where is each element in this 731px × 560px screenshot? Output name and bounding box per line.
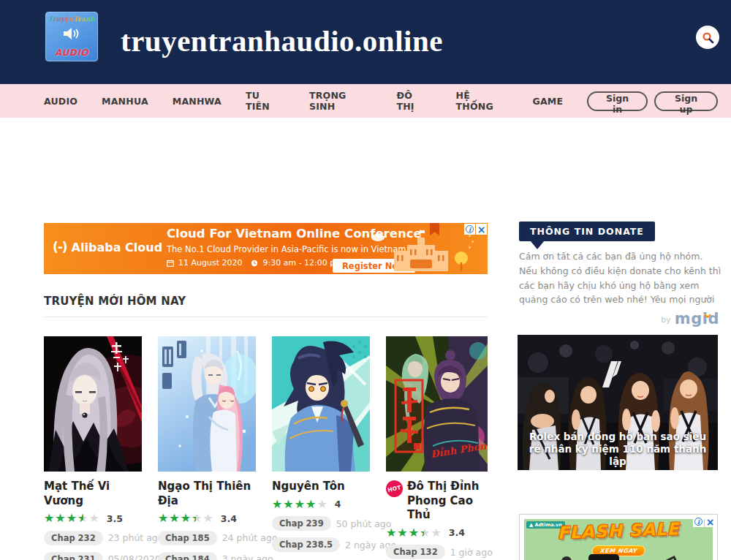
nav-item-tu-tien[interactable]: TU TIÊN: [246, 90, 285, 112]
search-button[interactable]: [696, 26, 719, 49]
nav-item-audio[interactable]: AUDIO: [44, 96, 77, 107]
section-title-new-today: TRUYỆN MỚI HÔM NAY: [44, 295, 186, 308]
comic-rating: ★★★★★★★★★★ 3.4: [386, 527, 488, 539]
comic-card: Mạt Thế Vi Vương ★★★★★★★★★★ 3.5 Chap 232…: [44, 336, 142, 560]
flash-sale-ad[interactable]: ▲ Adtima.vn FLASH SALE XEM NGAY i ×: [519, 514, 718, 560]
star-rating-icon: ★★★★★★★★★★: [44, 512, 100, 524]
donate-section-title: THÔNG TIN DONATE: [519, 222, 655, 241]
section-divider: [44, 317, 488, 317]
chapter-link[interactable]: Chap 238.5: [272, 537, 340, 552]
rating-value: 3.4: [449, 527, 465, 538]
chapter-row: Chap 238.5 2 ngày ago: [272, 537, 370, 553]
site-title[interactable]: truyentranhaudio.online: [121, 0, 443, 84]
donate-text: Cám ơn tất cả các bạn đã ủng hộ nhóm. Nế…: [519, 249, 722, 307]
chapter-time: 05/08/2020: [108, 553, 161, 560]
mgid-by-label: by: [661, 315, 671, 325]
alibaba-brand-text: Alibaba Cloud: [72, 241, 162, 254]
chapter-link[interactable]: Chap 231: [44, 552, 103, 560]
comic-card: Đỉnh Phong Cao Thủ HOT Đô Thị Đỉnh Phong…: [386, 336, 488, 560]
star-rating-icon: ★★★★★★★★★★: [272, 499, 328, 510]
flash-ad-creative: ▲ Adtima.vn FLASH SALE XEM NGAY: [524, 519, 713, 560]
mgid-logo: mgid: [675, 310, 719, 328]
native-ad-caption: Rolex bán đồng hồ bản sao siêu rẻ nhân k…: [518, 431, 718, 468]
chapter-row: Chap 232 23 phút ago: [44, 530, 142, 545]
chapter-link[interactable]: Chap 239: [272, 516, 331, 531]
comic-cover-nguyen-ton[interactable]: [272, 336, 370, 472]
ad-info-icon[interactable]: i: [693, 516, 704, 527]
comic-title[interactable]: Đô Thị Đỉnh Phong Cao Thủ: [407, 480, 488, 523]
mgid-caron-icon: [704, 307, 711, 311]
sign-up-button[interactable]: Sign up: [654, 91, 718, 111]
main-nav: AUDIO MANHUA MANHWA TU TIÊN TRỌNG SINH Đ…: [0, 84, 731, 118]
search-icon: [702, 31, 714, 44]
comic-card: Ngạo Thị Thiên Địa ★★★★★★★★★★ 3.4 Chap 1…: [158, 336, 256, 560]
comic-rating: ★★★★★★★★★★ 3.4: [158, 512, 256, 524]
auth-buttons: Sign in Sign up: [587, 91, 718, 111]
chapter-link[interactable]: Chap 132: [386, 545, 445, 559]
nav-item-manhwa[interactable]: MANHWA: [173, 96, 221, 107]
calendar-icon: [167, 260, 174, 267]
banner-ad-controls: i ×: [464, 224, 487, 235]
alibaba-cloud-logo: (-) Alibaba Cloud: [53, 240, 162, 254]
clock-icon: [251, 260, 258, 267]
comic-rating: ★★★★★★★★★★ 3.5: [44, 512, 142, 524]
chapter-link[interactable]: Chap 232: [44, 531, 103, 545]
rolex-native-ad[interactable]: Rolex bán đồng hồ bản sao siêu rẻ nhân k…: [518, 335, 718, 470]
comic-cover-mat-the-vi-vuong[interactable]: [44, 336, 142, 472]
comic-title[interactable]: Ngạo Thị Thiên Địa: [158, 480, 256, 508]
comic-cover-do-thi-dinh-phong-cao-thu[interactable]: Đỉnh Phong Cao Thủ: [386, 336, 488, 472]
comic-rating: ★★★★★★★★★★ 4: [272, 499, 370, 510]
chapter-row: Chap 185 24 phút ago: [158, 530, 256, 545]
ad-info-icon[interactable]: i: [464, 224, 475, 235]
rating-value: 3.5: [107, 513, 123, 524]
chapter-link[interactable]: Chap 185: [158, 531, 217, 545]
banner-buildings-illustration: [365, 229, 474, 274]
rating-value: 3.4: [221, 513, 237, 524]
banner-date: 11 August 2020: [178, 258, 242, 268]
comic-card: Nguyên Tôn ★★★★★★★★★★ 4 Chap 239 50 phút…: [272, 336, 370, 553]
mgid-attribution[interactable]: bymgid: [519, 310, 719, 328]
comic-cover-ngao-thi-thien-dia[interactable]: [158, 336, 256, 472]
sign-in-button[interactable]: Sign in: [587, 91, 648, 111]
chapter-time: 3 ngày ago: [222, 553, 273, 560]
ad-close-icon[interactable]: ×: [705, 516, 716, 527]
alibaba-brackets-icon: (-): [53, 240, 67, 254]
chapter-time: 1 giờ ago: [450, 547, 493, 558]
nav-item-manhua[interactable]: MANHUA: [102, 96, 148, 107]
chapter-row: Chap 184 3 ngày ago: [158, 551, 256, 560]
site-logo[interactable]: TruyệnTranh AUDIO: [45, 12, 98, 61]
speaker-icon: [63, 27, 80, 43]
star-rating-icon: ★★★★★★★★★★: [158, 512, 214, 524]
site-header: TruyệnTranh AUDIO truyentranhaudio.onlin…: [0, 0, 731, 84]
logo-script-text: TruyệnTranh: [48, 15, 96, 23]
chapter-time: 50 phút ago: [336, 518, 392, 529]
chapter-time: 24 phút ago: [222, 532, 278, 543]
hot-badge: HOT: [385, 479, 404, 499]
chapter-row: Chap 239 50 phút ago: [272, 516, 370, 531]
chapter-time: 23 phút ago: [108, 532, 164, 543]
flash-ad-controls: i ×: [693, 516, 716, 527]
ad-close-icon[interactable]: ×: [476, 224, 487, 235]
logo-audio-text: AUDIO: [55, 48, 88, 58]
nav-item-he-thong[interactable]: HỆ THỐNG: [456, 90, 509, 112]
chapter-row: Chap 132 1 giờ ago: [386, 545, 488, 560]
star-rating-icon: ★★★★★★★★★★: [386, 527, 442, 539]
nav-item-do-thi[interactable]: ĐÔ THỊ: [396, 90, 431, 112]
comic-title[interactable]: Mạt Thế Vi Vương: [44, 480, 142, 508]
chapter-row: Chap 231 05/08/2020: [44, 551, 142, 560]
flash-products-illustration: [524, 550, 713, 560]
chapter-link[interactable]: Chap 184: [158, 552, 217, 560]
comic-title[interactable]: Nguyên Tôn: [272, 480, 370, 494]
nav-item-trong-sinh[interactable]: TRỌNG SINH: [309, 90, 372, 112]
alibaba-banner-ad[interactable]: (-) Alibaba Cloud Cloud For Vietnam Onli…: [44, 223, 488, 274]
nav-item-game[interactable]: GAME: [533, 96, 564, 107]
rating-value: 4: [335, 499, 341, 510]
